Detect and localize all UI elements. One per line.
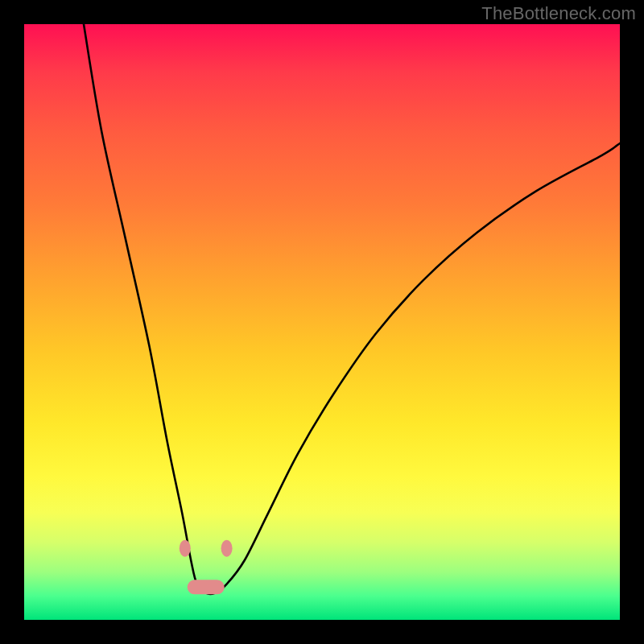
marker-left-knee: [180, 540, 191, 557]
plot-area: [24, 24, 620, 620]
marker-valley-blob: [188, 580, 225, 594]
bottleneck-curve: [84, 24, 620, 594]
watermark-text: TheBottleneck.com: [481, 3, 636, 24]
curve-layer: [24, 24, 620, 620]
chart-frame: TheBottleneck.com: [0, 0, 644, 644]
marker-right-knee: [221, 540, 233, 557]
